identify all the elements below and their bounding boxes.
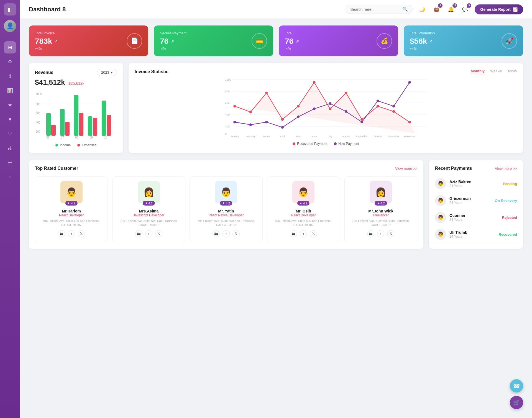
svg-point-46 (377, 105, 379, 108)
customer-card: 👩 ★ 4.2 Mrs.Asima Javascript Developer 7… (112, 176, 185, 242)
search-input[interactable] (350, 7, 400, 12)
legend-expenses: Expenses (77, 143, 96, 147)
customer-rating: ★ 4.2 (143, 201, 155, 206)
customer-avatar: 👨 (60, 181, 83, 203)
customers-view-more[interactable]: View more >> (395, 166, 417, 171)
year-selector[interactable]: 2023 ▾ (97, 69, 117, 76)
svg-point-49 (233, 121, 236, 124)
support-float-button[interactable]: ☎ (510, 379, 523, 393)
svg-text:09: 09 (89, 136, 93, 139)
bottom-row: Top Rated Customer View more >> 👨 ★ 4.2 … (29, 160, 523, 249)
sidebar-item-info[interactable]: ℹ (4, 70, 16, 82)
sidebar-item-print[interactable]: 🖨 (4, 142, 16, 154)
payments-view-more[interactable]: View more >> (495, 166, 517, 171)
customer-rating: ★ 4.2 (65, 201, 77, 206)
customer-avatar: 👩 (370, 181, 392, 203)
twitter-icon[interactable]: 𝕏 (310, 230, 317, 237)
theme-toggle-btn[interactable]: 🌙 (417, 4, 427, 14)
customer-role: Freelancer (373, 213, 389, 217)
customer-name: Mr. Yatin (218, 209, 234, 213)
facebook-icon[interactable]: f (68, 230, 75, 237)
twitter-icon[interactable]: 𝕏 (78, 230, 85, 237)
stat-card-green: Secure Payment 76 ↗ -4% 💳 (154, 25, 273, 56)
sidebar-item-heart[interactable]: ♥ (4, 113, 16, 125)
payment-item: 👨 Uli Trumb 24 Years Recovered (435, 226, 517, 243)
invoice-legend: Recovered Payment New Payment (135, 142, 517, 146)
stat-card-value-2: 76 ↗ (285, 37, 299, 46)
twitter-icon[interactable]: 𝕏 (232, 230, 240, 237)
star-icon: ★ (377, 201, 380, 205)
facebook-icon[interactable]: f (145, 230, 152, 237)
payment-info: Griezerman 24 Years (449, 196, 492, 205)
customer-avatar-wrap: 👩 ★ 4.2 (138, 181, 160, 203)
chart-icon: 📊 (7, 88, 13, 94)
expenses-dot (77, 144, 80, 147)
customer-name: Mrs.Asima (139, 209, 158, 213)
payment-status: On Recovery (495, 199, 517, 203)
sidebar-item-list[interactable]: ≡ (4, 171, 16, 183)
generate-report-button[interactable]: Generate Report 📈 (475, 4, 523, 14)
sidebar-logo[interactable]: ◧ (4, 3, 16, 16)
customer-avatar: 👨 (215, 181, 237, 203)
svg-point-58 (377, 99, 379, 102)
sidebar-item-chart[interactable]: 📊 (4, 84, 16, 97)
customer-avatar-bg: 👨 (60, 181, 83, 203)
svg-rect-14 (74, 95, 78, 136)
facebook-icon[interactable]: f (377, 230, 384, 237)
chat-btn[interactable]: 💬 5 (460, 4, 470, 14)
tab-weekly[interactable]: Weekly (490, 69, 502, 74)
svg-point-43 (329, 107, 332, 110)
stat-card-label-3: Total Promotion (410, 31, 435, 35)
facebook-icon[interactable]: f (300, 230, 307, 237)
sidebar-avatar[interactable]: 👤 (4, 20, 16, 32)
instagram-icon[interactable]: 📷 (135, 230, 142, 237)
generate-report-label: Generate Report (480, 7, 511, 12)
svg-rect-11 (51, 125, 56, 136)
tab-monthly[interactable]: Monthly (471, 69, 485, 74)
payments-title: Recent Payments (435, 166, 472, 171)
instagram-icon[interactable]: 📷 (58, 230, 65, 237)
customer-role: Javascript Developer (133, 213, 164, 217)
customers-grid: 👨 ★ 4.2 Mr.Hariom React Developer 795 Fo… (35, 176, 417, 242)
twitter-icon[interactable]: 𝕏 (155, 230, 162, 237)
stat-card-left-1: Secure Payment 76 ↗ -4% (160, 31, 186, 51)
invoice-tabs: Monthly Weekly Today (471, 69, 517, 74)
star-icon: ★ (67, 201, 70, 205)
sidebar-item-dashboard[interactable]: ⊞ (4, 41, 16, 53)
customer-name: Mr.Hariom (62, 209, 81, 213)
year-value: 2023 (101, 70, 109, 75)
customer-socials: 📷 f 𝕏 (58, 230, 85, 237)
stat-card-trend-3: +4% (410, 47, 435, 51)
instagram-icon[interactable]: 📷 (213, 230, 220, 237)
cart-float-button[interactable]: 🛒 (510, 396, 523, 409)
instagram-icon[interactable]: 📷 (367, 230, 374, 237)
svg-rect-16 (88, 116, 92, 136)
sidebar-item-heart2[interactable]: ♡ (4, 128, 16, 140)
bar-chart-icon: 📈 (513, 7, 518, 12)
wallet-btn[interactable]: 👜 2 (431, 4, 441, 14)
sidebar-item-menu[interactable]: ☰ (4, 157, 16, 169)
bell-btn[interactable]: 🔔 12 (446, 4, 456, 14)
stat-card-teal: Total Promotion $56k ↗ +4% 🚀 (404, 25, 523, 56)
payment-status: Recovered (499, 232, 517, 237)
facebook-icon[interactable]: f (222, 230, 230, 237)
twitter-icon[interactable]: 𝕏 (387, 230, 394, 237)
instagram-icon[interactable]: 📷 (290, 230, 297, 237)
customer-avatar-wrap: 👩 ★ 4.2 (370, 181, 392, 203)
stat-card-trend-2: -4% (285, 47, 299, 51)
main-content: Dashboard 8 🔍 🌙 👜 2 🔔 12 💬 5 Gen (20, 0, 532, 418)
customer-avatar-bg: 👩 (370, 181, 392, 203)
menu-icon: ☰ (8, 160, 12, 166)
sidebar-item-star[interactable]: ★ (4, 99, 16, 111)
bar-chart: 1000 800 600 400 200 (35, 90, 117, 140)
customer-role: React Native Developer (209, 213, 244, 217)
customer-rating: ★ 4.2 (297, 201, 310, 206)
payment-info: Oconner 24 Years (449, 213, 499, 222)
customer-address: 795 Folsom Ave, Suite 600 San Francisco,… (193, 219, 259, 227)
sidebar-item-settings[interactable]: ⚙ (4, 56, 16, 68)
info-icon: ℹ (9, 73, 11, 79)
dashboard-icon: ⊞ (8, 44, 12, 50)
svg-text:January: January (231, 135, 239, 138)
tab-today[interactable]: Today (507, 69, 517, 74)
search-box[interactable]: 🔍 (346, 5, 413, 14)
